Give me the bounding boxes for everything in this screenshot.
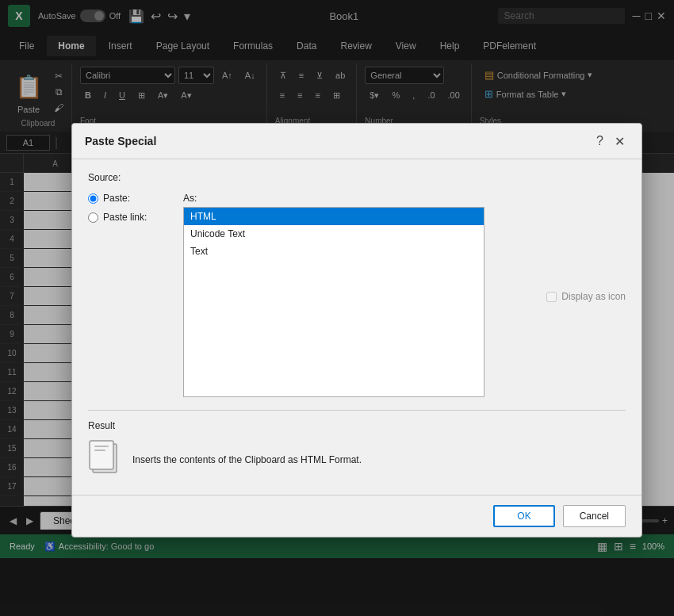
dialog-titlebar: Paste Special ? ✕	[72, 124, 641, 159]
paste-radio-option: Paste:	[88, 193, 167, 204]
paste-link-radio-option: Paste link:	[88, 212, 167, 223]
dialog-main: Paste: Paste link: As: HTML Unicode Text…	[88, 193, 626, 397]
display-icon-section: Display as icon	[546, 193, 626, 397]
display-as-icon-label: Display as icon	[561, 291, 626, 302]
clipboard-result-icon	[88, 438, 123, 482]
dialog-title: Paste Special	[85, 135, 596, 147]
listbox-item-text[interactable]: Text	[184, 243, 484, 260]
svg-rect-1	[90, 441, 113, 469]
paste-link-radio-label[interactable]: Paste link:	[103, 212, 147, 223]
cancel-button[interactable]: Cancel	[563, 505, 626, 527]
svg-rect-2	[94, 446, 109, 447]
listbox-item-html[interactable]: HTML	[184, 208, 484, 225]
paste-radio[interactable]	[88, 193, 98, 204]
dialog-close-button[interactable]: ✕	[610, 132, 629, 151]
listbox-item-unicode[interactable]: Unicode Text	[184, 225, 484, 243]
result-label: Result	[88, 420, 626, 431]
as-section: As: HTML Unicode Text Text	[183, 193, 530, 397]
source-label: Source:	[88, 172, 626, 183]
as-listbox[interactable]: HTML Unicode Text Text	[183, 207, 484, 397]
paste-link-radio[interactable]	[88, 212, 98, 223]
dialog-body: Source: Paste: Paste link: As:	[72, 159, 641, 495]
paste-options: Paste: Paste link:	[88, 193, 167, 397]
ok-button[interactable]: OK	[493, 505, 554, 527]
paste-radio-label[interactable]: Paste:	[103, 193, 130, 204]
as-label: As:	[183, 193, 530, 204]
result-description: Inserts the contents of the Clipboard as…	[132, 454, 362, 465]
dialog-overlay: Paste Special ? ✕ Source: Paste: Paste l…	[0, 0, 674, 616]
paste-special-dialog: Paste Special ? ✕ Source: Paste: Paste l…	[71, 123, 642, 538]
display-as-icon-checkbox[interactable]	[546, 292, 557, 302]
dialog-footer: OK Cancel	[72, 495, 641, 537]
result-section: Result Inserts the contents of the Clipb…	[88, 410, 626, 482]
dialog-help-button[interactable]: ?	[596, 134, 603, 148]
svg-rect-3	[94, 450, 105, 451]
result-content: Inserts the contents of the Clipboard as…	[88, 438, 626, 482]
